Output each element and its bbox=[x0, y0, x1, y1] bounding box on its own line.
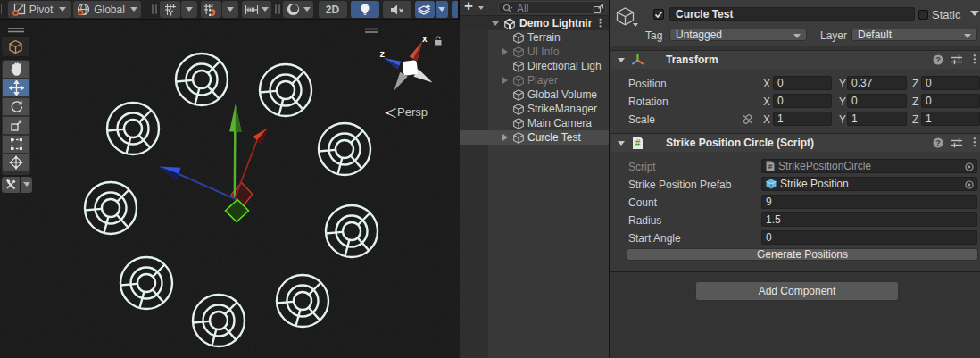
svg-text:Persp: Persp bbox=[397, 105, 428, 119]
svg-text:?: ? bbox=[935, 138, 941, 147]
svg-text:#: # bbox=[768, 162, 773, 171]
svg-text:?: ? bbox=[935, 55, 941, 64]
svg-text:x: x bbox=[422, 34, 428, 44]
svg-text:#: # bbox=[635, 138, 641, 148]
svg-text:z: z bbox=[380, 48, 386, 59]
